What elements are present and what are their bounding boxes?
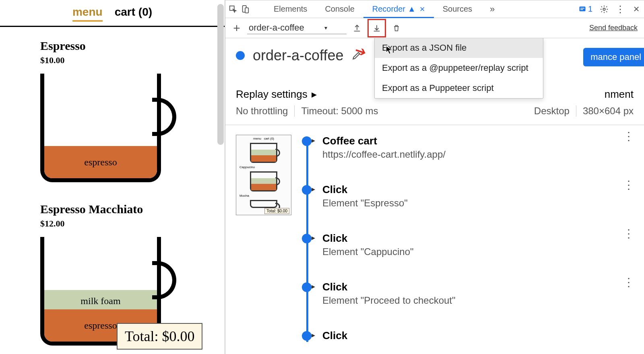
delete-icon[interactable] — [392, 23, 401, 33]
recording-thumbnail: menu cart (0) Cappucino Mocha Total: $0.… — [236, 135, 291, 215]
throttling-value: No throttling — [236, 105, 288, 117]
coffee-cup[interactable]: espresso — [40, 74, 161, 186]
svg-rect-2 — [245, 8, 248, 13]
steps-timeline: ▸ Coffee cart https://coffee-cart.netlif… — [302, 135, 634, 342]
chevron-right-icon: ▸ — [312, 282, 315, 291]
nav-cart[interactable]: cart (0) — [115, 6, 152, 22]
layer-espresso: espresso — [44, 146, 157, 178]
cup-handle — [152, 98, 176, 136]
flask-icon: ▲ — [408, 4, 416, 14]
tab-sources[interactable]: Sources — [434, 0, 481, 18]
performance-panel-button[interactable]: mance panel ▼ — [583, 48, 644, 66]
recorder-toolbar: + order-a-coffee ▾ Send feedback — [225, 18, 644, 38]
total-badge[interactable]: Total: $0.00 — [117, 323, 202, 350]
new-recording-icon[interactable]: + — [232, 23, 242, 33]
devtools-tabbar: Elements Console Recorder ▲ × Sources » … — [225, 0, 644, 18]
viewport-value: 380×604 px — [583, 105, 634, 117]
tab-elements[interactable]: Elements — [265, 0, 316, 18]
nav-menu[interactable]: menu — [72, 6, 103, 22]
step-row[interactable]: ▸ Click Element "Espresso" ⋮ — [312, 183, 634, 209]
export-icon[interactable] — [367, 19, 386, 37]
chevron-right-icon: ▸ — [312, 233, 315, 242]
svg-point-6 — [603, 8, 605, 10]
close-tab-icon[interactable]: × — [420, 4, 425, 14]
step-title: Click — [322, 281, 616, 293]
item-title: Espresso Macchiato — [40, 202, 225, 216]
recording-select[interactable]: order-a-coffee ▾ — [247, 22, 347, 34]
menu-item: Espresso $10.00 espresso — [0, 39, 225, 186]
item-price: $10.00 — [40, 55, 225, 66]
item-title: Espresso — [40, 39, 225, 53]
more-tabs-icon[interactable]: » — [481, 0, 504, 18]
step-row[interactable]: ▸ Coffee cart https://coffee-cart.netlif… — [312, 135, 634, 160]
step-title: Coffee cart — [322, 135, 616, 147]
step-subtitle: https://coffee-cart.netlify.app/ — [322, 149, 616, 160]
step-subtitle: Element "Cappucino" — [322, 246, 616, 257]
cursor-icon — [386, 45, 393, 54]
scrollbar[interactable] — [217, 4, 224, 145]
replay-settings-label[interactable]: Replay settings ▸ — [236, 88, 378, 101]
export-replay-item[interactable]: Export as a @puppeteer/replay script — [375, 58, 543, 78]
export-menu: Export as a JSON file Export as a @puppe… — [374, 38, 543, 99]
chevron-right-icon: ▸ — [312, 88, 317, 101]
step-subtitle: Element "Espresso" — [322, 198, 616, 209]
chevron-right-icon: ▸ — [312, 185, 315, 193]
recording-status-dot — [236, 51, 245, 60]
item-price: $12.00 — [40, 218, 225, 229]
svg-rect-4 — [580, 8, 584, 8]
step-row[interactable]: ▸ Click — [312, 329, 634, 342]
tab-console[interactable]: Console — [316, 0, 363, 18]
inspect-icon[interactable] — [229, 5, 237, 14]
step-kebab-icon[interactable]: ⋮ — [623, 281, 634, 284]
close-devtools-icon[interactable]: × — [632, 5, 641, 14]
step-kebab-icon[interactable]: ⋮ — [623, 232, 634, 235]
device-toggle-icon[interactable] — [241, 5, 250, 14]
device-value: Desktop — [534, 105, 570, 117]
chevron-right-icon: ▸ — [312, 331, 315, 340]
svg-rect-3 — [579, 6, 585, 11]
recording-title: order-a-coffee — [253, 47, 343, 64]
export-json-item[interactable]: Export as a JSON file — [375, 38, 543, 58]
import-icon[interactable] — [352, 23, 362, 33]
menu-item: Espresso Macchiato $12.00 milk foam espr… — [0, 202, 225, 350]
svg-rect-5 — [580, 9, 583, 10]
send-feedback-link[interactable]: Send feedback — [589, 24, 638, 32]
step-title: Click — [322, 232, 616, 245]
step-kebab-icon[interactable]: ⋮ — [623, 183, 634, 187]
chevron-down-icon: ▾ — [324, 25, 327, 31]
cup-handle — [152, 261, 176, 299]
layer-milk-foam: milk foam — [44, 290, 157, 312]
webpage-pane: menu cart (0) Espresso $10.00 espresso E… — [0, 0, 225, 354]
step-title: Click — [322, 183, 616, 196]
gear-icon[interactable] — [600, 5, 609, 14]
site-nav: menu cart (0) — [0, 0, 225, 27]
recorder-body: ➔ Export as a JSON file Export as a @pup… — [225, 38, 644, 354]
timeout-value: Timeout: 5000 ms — [301, 105, 378, 117]
issues-badge[interactable]: 1 — [578, 4, 592, 14]
tab-recorder[interactable]: Recorder ▲ × — [363, 0, 434, 18]
devtools-pane: Elements Console Recorder ▲ × Sources » … — [225, 0, 644, 354]
step-row[interactable]: ▸ Click Element "Proceed to checkout" ⋮ — [312, 281, 634, 306]
step-title: Click — [322, 329, 634, 342]
kebab-icon[interactable]: ⋮ — [616, 5, 625, 14]
step-row[interactable]: ▸ Click Element "Cappucino" ⋮ — [312, 232, 634, 257]
step-kebab-icon[interactable]: ⋮ — [623, 135, 634, 138]
environment-label: nment — [534, 88, 634, 101]
export-puppeteer-item[interactable]: Export as a Puppeteer script — [375, 78, 543, 98]
step-subtitle: Element "Proceed to checkout" — [322, 295, 616, 306]
chevron-right-icon: ▸ — [312, 136, 315, 145]
